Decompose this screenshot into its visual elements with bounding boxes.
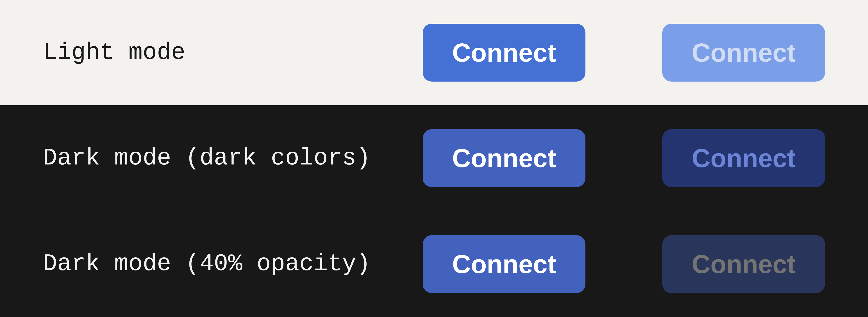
- light-mode-label: Light mode: [43, 39, 423, 66]
- dark-colors-button-group: Connect Connect: [423, 129, 825, 187]
- dark-opacity-button-group: Connect Connect: [423, 235, 825, 293]
- connect-button-dark-enabled[interactable]: Connect: [423, 129, 585, 187]
- dark-colors-label: Dark mode (dark colors): [43, 145, 423, 172]
- dark-colors-row: Dark mode (dark colors) Connect Connect: [0, 105, 868, 211]
- dark-opacity-label: Dark mode (40% opacity): [43, 251, 423, 278]
- connect-button-opacity-disabled: Connect: [662, 235, 825, 293]
- connect-button-dark-disabled: Connect: [662, 129, 825, 187]
- light-mode-row: Light mode Connect Connect: [0, 0, 868, 105]
- light-button-group: Connect Connect: [423, 24, 825, 82]
- dark-mode-section: Dark mode (dark colors) Connect Connect …: [0, 105, 868, 317]
- connect-button-light-enabled[interactable]: Connect: [423, 24, 585, 82]
- connect-button-light-disabled: Connect: [662, 24, 825, 82]
- connect-button-opacity-enabled[interactable]: Connect: [423, 235, 585, 293]
- dark-opacity-row: Dark mode (40% opacity) Connect Connect: [0, 211, 868, 317]
